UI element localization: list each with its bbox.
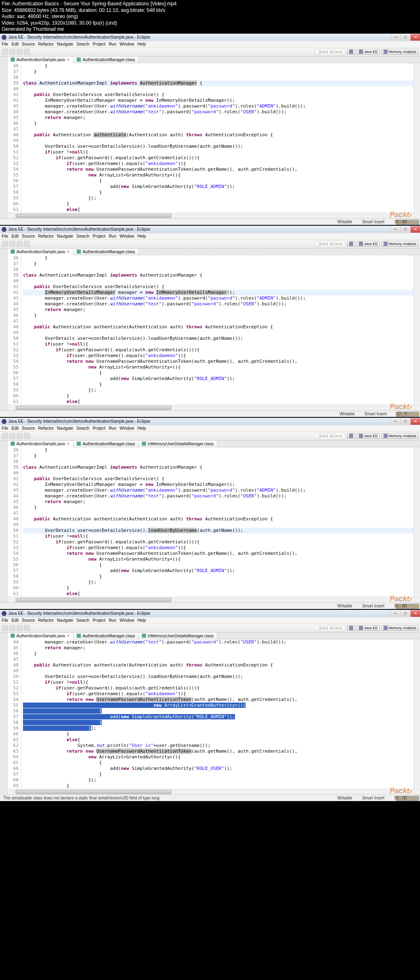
eclipse-window-1: Java EE - Security Internal/src/com/demo… bbox=[0, 34, 420, 225]
new-icon[interactable] bbox=[2, 48, 8, 55]
timestamp: 00:02:22 bbox=[396, 220, 419, 225]
eclipse-window-3: Java EE - Security Internal/src/com/demo… bbox=[0, 418, 420, 609]
editor-tabs[interactable]: AuthenticationSample.java✕ Authenticatio… bbox=[7, 57, 420, 63]
overview-ruler[interactable] bbox=[413, 63, 420, 213]
perspective-memory[interactable]: Memory Analysis bbox=[381, 49, 418, 55]
maximize-button[interactable]: □ bbox=[400, 34, 410, 41]
menubar[interactable]: FileEditSourceRefactorNavigateSearchProj… bbox=[0, 41, 420, 48]
file-metadata: File: Authentication Basics - Secure You… bbox=[0, 0, 420, 34]
perspective-switcher[interactable] bbox=[347, 49, 355, 55]
debug-icon[interactable] bbox=[16, 48, 23, 55]
horizontal-scrollbar[interactable] bbox=[7, 213, 420, 218]
window-titlebar[interactable]: Java EE - Security Internal/src/com/demo… bbox=[0, 34, 420, 41]
perspective-javaee[interactable]: Java EE bbox=[357, 49, 380, 55]
eclipse-window-2: Java EE - Security Internal/src/com/demo… bbox=[0, 226, 420, 417]
run-icon[interactable] bbox=[24, 48, 30, 55]
eclipse-icon bbox=[2, 35, 7, 40]
code-editor[interactable]: manager.createUser(User.withUsername("te… bbox=[21, 639, 413, 789]
tab-authmanager[interactable]: AuthenticationManager.class bbox=[73, 57, 139, 63]
close-icon: ✕ bbox=[66, 57, 70, 62]
code-editor[interactable]: } } class AuthenticationManagerImpl impl… bbox=[21, 255, 413, 405]
quick-access-input[interactable]: Quick Access bbox=[315, 49, 345, 55]
status-bar: WritableSmart Insert39 : 48 bbox=[0, 218, 420, 225]
close-button[interactable]: ✕ bbox=[410, 34, 420, 41]
line-numbers: 3637383940414243444546474849505152535455… bbox=[7, 63, 21, 213]
save-icon[interactable] bbox=[9, 48, 16, 55]
tab-authsample[interactable]: AuthenticationSample.java✕ bbox=[7, 57, 73, 63]
minimize-button[interactable]: ─ bbox=[390, 34, 400, 41]
packt-logo: Packt› bbox=[390, 211, 412, 219]
code-editor[interactable]: } } class AuthenticationManagerImpl impl… bbox=[21, 63, 413, 213]
problem-message: The serializable class does not declare … bbox=[3, 796, 327, 800]
left-trim bbox=[0, 57, 7, 218]
code-editor[interactable]: } } class AuthenticationManagerImpl impl… bbox=[21, 447, 413, 597]
eclipse-window-4: Java EE - Security Internal/src/com/demo… bbox=[0, 610, 420, 801]
main-toolbar[interactable]: Quick Access Java EE Memory Analysis bbox=[0, 48, 420, 57]
